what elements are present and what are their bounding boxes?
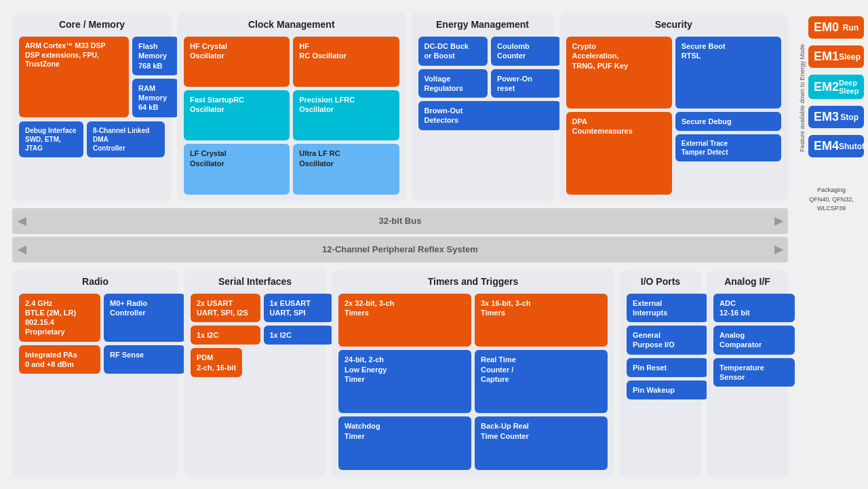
secure-debug-block: Secure Debug xyxy=(675,112,781,131)
em0-label: Run xyxy=(843,23,859,33)
gpio-block: General Purpose I/O xyxy=(627,326,708,355)
em3-code: EM3 xyxy=(814,110,839,124)
sidebar-label: Feature available down to Energy Mode xyxy=(799,16,806,179)
hf-rc-block: HF RC Oscillator xyxy=(293,37,399,87)
watchdog-block: Watchdog Timer xyxy=(338,416,471,470)
em4-label: Shutoff xyxy=(839,142,867,151)
fast-startup-block: Fast StartupRC Oscillator xyxy=(184,90,290,140)
right-sidebar: Feature available down to Energy Mode EM… xyxy=(795,0,868,489)
energy-title: Energy Management xyxy=(418,19,547,30)
em1-label: Sleep xyxy=(839,52,861,62)
usart-block: 2x USART UART, SPI, I2S xyxy=(191,294,260,323)
timers-section: Timers and Triggers 2x 32-bit, 3-ch Time… xyxy=(332,269,614,477)
core-title: Core / Memory xyxy=(19,19,165,30)
em1-code: EM1 xyxy=(814,50,839,64)
security-title: Security xyxy=(566,19,782,30)
dpa-block: DPA Countemeasures xyxy=(566,112,672,195)
pin-reset-block: Pin Reset xyxy=(627,358,708,377)
bus-reflex: 12-Channel Peripheral Reflex System xyxy=(12,237,788,262)
security-section: Security Crypto Acceleration, TRNG, PUF … xyxy=(559,12,789,201)
bus-32bit: 32-bit Bus xyxy=(12,208,788,234)
dcdc-block: DC-DC Buck or Boost xyxy=(418,37,488,66)
em1-block: EM1 Sleep xyxy=(808,45,864,68)
em3-label: Stop xyxy=(840,113,859,122)
energy-section: Energy Management DC-DC Buck or Boost Co… xyxy=(412,12,554,201)
ram-block: RAM Memory 64 kB xyxy=(132,79,178,117)
em2-label: Deep Sleep xyxy=(839,79,859,95)
arm-block: ARM Cortex™ M33 DSP DSP extensions, FPU,… xyxy=(19,37,129,117)
debug-block: Debug Interface SWD, ETM, JTAG xyxy=(19,121,83,157)
bus-area: 32-bit Bus 12-Channel Peripheral Reflex … xyxy=(12,207,788,264)
integrated-pa-block: Integrated PAs 0 and +8 dBm xyxy=(19,345,100,374)
t16-block: 3x 16-bit, 3-ch Timers xyxy=(475,294,608,347)
hf-crystal-block: HF Crystal Oscillator xyxy=(184,37,290,87)
em-blocks: EM0 Run EM1 Sleep EM2 Deep Sleep EM3 Sto… xyxy=(808,16,864,161)
em4-block: EM4 Shutoff xyxy=(808,135,864,157)
precision-lfrc-block: Precision LFRC Oscillator xyxy=(293,90,399,140)
i2c1-block: 1x I2C xyxy=(191,326,260,345)
serial-section: Serial Interfaces 2x USART UART, SPI, I2… xyxy=(184,269,326,477)
freq-block: 2.4 GHz BTLE (2M, LR) 802.15.4 Proprieta… xyxy=(19,294,100,342)
pdm-block: PDM 2-ch, 16-bit xyxy=(191,348,242,377)
io-title: I/O Ports xyxy=(627,276,694,287)
backup-rtc-block: Back-Up Real Time Counter xyxy=(475,416,608,470)
clock-title: Clock Management xyxy=(184,19,399,30)
em2-block: EM2 Deep Sleep xyxy=(808,75,864,99)
rf-sense-block: RF Sense xyxy=(104,345,185,374)
low-energy-timer-block: 24-bit, 2-ch Low Energy Timer xyxy=(338,350,471,413)
em2-code: EM2 xyxy=(814,80,839,94)
ext-int-block: External Interrupts xyxy=(627,294,708,323)
ultra-lf-block: Ultra LF RC Oscillator xyxy=(293,144,399,194)
em4-code: EM4 xyxy=(814,139,839,153)
brown-out-block: Brown-Out Detectors xyxy=(418,101,561,130)
clock-section: Clock Management HF Crystal Oscillator H… xyxy=(177,12,406,201)
radio-section: Radio 2.4 GHz BTLE (2M, LR) 802.15.4 Pro… xyxy=(12,269,178,477)
packaging-text: Packaging QFN40, QFN32, WLCSP39 xyxy=(809,186,854,214)
em0-code: EM0 xyxy=(814,20,839,35)
secure-boot-block: Secure Boot RTSL xyxy=(675,37,781,109)
dma-block: 8-Channel Linked DMA Controller xyxy=(87,121,165,157)
adc-block: ADC 12-16 bit xyxy=(713,294,795,323)
ext-trace-block: External Trace Tamper Detect xyxy=(675,134,781,161)
em3-block: EM3 Stop xyxy=(808,106,864,128)
em0-block: EM0 Run xyxy=(808,16,864,39)
io-section: I/O Ports External Interrupts General Pu… xyxy=(620,269,701,477)
i2c2-block: 1x I2C xyxy=(264,326,334,345)
coulomb-block: Coulomb Counter xyxy=(491,37,561,66)
serial-title: Serial Interfaces xyxy=(191,276,319,287)
analog-section: Analog I/F ADC 12-16 bit Analog Comparat… xyxy=(707,269,788,477)
em-mode-wrapper: Feature available down to Energy Mode EM… xyxy=(799,8,864,179)
main-diagram: Core / Memory ARM Cortex™ M33 DSP DSP ex… xyxy=(0,0,795,489)
timers-title: Timers and Triggers xyxy=(338,276,608,287)
power-on-block: Power-On reset xyxy=(491,69,561,98)
eusart-block: 1x EUSART UART, SPI xyxy=(264,294,334,323)
crypto-block: Crypto Acceleration, TRNG, PUF Key xyxy=(566,37,672,109)
voltage-block: Voltage Regulators xyxy=(418,69,488,98)
flash-block: Flash Memory 768 kB xyxy=(132,37,178,75)
comparator-block: Analog Comparator xyxy=(713,326,795,355)
core-memory-section: Core / Memory ARM Cortex™ M33 DSP DSP ex… xyxy=(12,12,172,201)
lf-crystal-block: LF Crystal Oscillator xyxy=(184,144,290,194)
rtc-block: Real Time Counter / Capture xyxy=(475,350,608,413)
controller-block: M0+ Radio Controller xyxy=(104,294,185,342)
t32-block: 2x 32-bit, 3-ch Timers xyxy=(338,294,471,347)
pin-wakeup-block: Pin Wakeup xyxy=(627,380,708,399)
analog-title: Analog I/F xyxy=(713,276,781,287)
radio-title: Radio xyxy=(19,276,172,287)
temp-block: Temperature Sensor xyxy=(713,358,795,387)
